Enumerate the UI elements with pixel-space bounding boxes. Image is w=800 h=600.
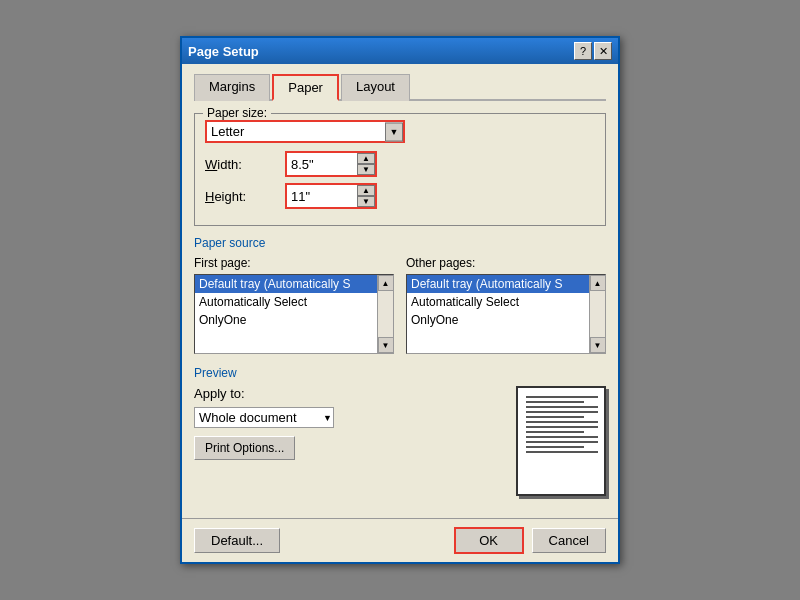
preview-line-2: [526, 401, 584, 403]
close-button[interactable]: ✕: [594, 42, 612, 60]
preview-line-1: [526, 396, 598, 398]
paper-size-select-wrapper: Letter A4 Legal Executive A3 A5 ▼: [205, 120, 405, 143]
tab-paper[interactable]: Paper: [272, 74, 339, 101]
width-row: Width: ▲ ▼: [205, 151, 595, 177]
height-spin-down[interactable]: ▼: [357, 196, 375, 207]
preview-line-12: [526, 451, 598, 453]
help-button[interactable]: ?: [574, 42, 592, 60]
print-options-button[interactable]: Print Options...: [194, 436, 295, 460]
list-item[interactable]: OnlyOne: [407, 311, 589, 329]
paper-size-section: Paper size: Letter A4 Legal Executive A3…: [194, 113, 606, 226]
scroll-down-arrow[interactable]: ▼: [590, 337, 606, 353]
first-page-label: First page:: [194, 256, 394, 270]
first-page-col: First page: Default tray (Automatically …: [194, 256, 394, 354]
width-spin-down[interactable]: ▼: [357, 164, 375, 175]
paper-source-row: First page: Default tray (Automatically …: [194, 256, 606, 354]
tab-margins[interactable]: Margins: [194, 74, 270, 101]
other-pages-col: Other pages: Default tray (Automatically…: [406, 256, 606, 354]
other-pages-listbox[interactable]: Default tray (Automatically S Automatica…: [406, 274, 606, 354]
apply-select-wrapper: Whole document This point forward Select…: [194, 407, 334, 428]
preview-line-10: [526, 441, 598, 443]
preview-line-7: [526, 426, 598, 428]
width-spin-up[interactable]: ▲: [357, 153, 375, 164]
first-page-items: Default tray (Automatically S Automatica…: [195, 275, 377, 353]
preview-line-6: [526, 421, 598, 423]
other-pages-scrollbar: ▲ ▼: [589, 275, 605, 353]
height-row: Height: ▲ ▼: [205, 183, 595, 209]
preview-label: Preview: [194, 366, 606, 380]
scroll-track[interactable]: [378, 291, 393, 337]
width-input[interactable]: [287, 153, 357, 175]
scroll-up-arrow[interactable]: ▲: [590, 275, 606, 291]
default-button[interactable]: Default...: [194, 528, 280, 553]
paper-source-label: Paper source: [194, 236, 606, 250]
preview-line-3: [526, 406, 598, 408]
title-bar: Page Setup ? ✕: [182, 38, 618, 64]
list-item[interactable]: Automatically Select: [195, 293, 377, 311]
height-label: Height:: [205, 189, 285, 204]
apply-to-select[interactable]: Whole document This point forward Select…: [194, 407, 334, 428]
list-item[interactable]: Automatically Select: [407, 293, 589, 311]
tabs: Margins Paper Layout: [194, 72, 606, 101]
apply-row: Apply to:: [194, 386, 496, 401]
preview-left: Apply to: Whole document This point forw…: [194, 386, 496, 460]
scroll-up-arrow[interactable]: ▲: [378, 275, 394, 291]
width-label: Width:: [205, 157, 285, 172]
paper-source-section: Paper source First page: Default tray (A…: [194, 236, 606, 354]
dialog-title: Page Setup: [188, 44, 259, 59]
ok-button[interactable]: OK: [454, 527, 524, 554]
preview-line-9: [526, 436, 598, 438]
apply-label: Apply to:: [194, 386, 245, 401]
dialog-body: Margins Paper Layout Paper size: Letter …: [182, 64, 618, 518]
width-spinbox: ▲ ▼: [285, 151, 377, 177]
first-page-scrollbar: ▲ ▼: [377, 275, 393, 353]
cancel-button[interactable]: Cancel: [532, 528, 606, 553]
height-spin-up[interactable]: ▲: [357, 185, 375, 196]
height-spin-buttons: ▲ ▼: [357, 185, 375, 207]
list-item[interactable]: Default tray (Automatically S: [407, 275, 589, 293]
page-preview: [516, 386, 606, 496]
preview-line-11: [526, 446, 584, 448]
page-preview-container: [516, 386, 606, 496]
scroll-down-arrow[interactable]: ▼: [378, 337, 394, 353]
list-item[interactable]: OnlyOne: [195, 311, 377, 329]
preview-row: Apply to: Whole document This point forw…: [194, 386, 606, 496]
width-spin-buttons: ▲ ▼: [357, 153, 375, 175]
paper-size-select[interactable]: Letter A4 Legal Executive A3 A5: [205, 120, 405, 143]
page-setup-dialog: Page Setup ? ✕ Margins Paper Layout Pape…: [180, 36, 620, 564]
other-pages-label: Other pages:: [406, 256, 606, 270]
other-pages-items: Default tray (Automatically S Automatica…: [407, 275, 589, 353]
height-input[interactable]: [287, 185, 357, 207]
dialog-footer: Default... OK Cancel: [182, 518, 618, 562]
preview-line-4: [526, 411, 598, 413]
tab-layout[interactable]: Layout: [341, 74, 410, 101]
height-spinbox: ▲ ▼: [285, 183, 377, 209]
paper-size-legend: Paper size:: [203, 106, 271, 120]
preview-line-5: [526, 416, 584, 418]
scroll-track[interactable]: [590, 291, 605, 337]
preview-line-8: [526, 431, 584, 433]
preview-section: Preview Apply to: Whole document This po…: [194, 366, 606, 496]
first-page-listbox[interactable]: Default tray (Automatically S Automatica…: [194, 274, 394, 354]
title-bar-buttons: ? ✕: [574, 42, 612, 60]
list-item[interactable]: Default tray (Automatically S: [195, 275, 377, 293]
